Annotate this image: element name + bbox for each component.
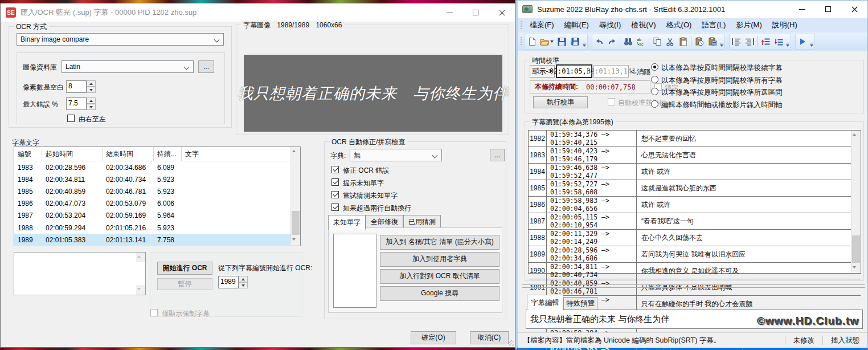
list-scrollbar[interactable]: [851, 131, 861, 273]
copy-icon[interactable]: [650, 35, 664, 48]
google-search-button[interactable]: Google 搜尋: [380, 286, 499, 301]
close-button[interactable]: [489, 3, 515, 22]
fix-ocr-errors-checkbox[interactable]: [331, 166, 339, 173]
minimize-button[interactable]: [789, 1, 815, 18]
indent-icon[interactable]: [743, 35, 756, 48]
list-item[interactable]: 198501:59:52,727 —> 01:59:58,608这就是造就我心脏…: [529, 180, 861, 197]
paste-time-icon[interactable]: [693, 35, 706, 48]
undo-icon[interactable]: [592, 35, 605, 48]
title-bar[interactable]: SE 匯入/OCR 藍光 (.sup) 字幕 - 00000 PID 1202 …: [1, 3, 515, 22]
title-bar[interactable]: Suzume 2022 BluRay zho-chs.srt - SrtEdit…: [518, 1, 867, 18]
start-ocr-button[interactable]: 開始進行 OCR: [157, 262, 212, 275]
save-icon[interactable]: [555, 35, 568, 48]
open-file-icon[interactable]: [538, 35, 555, 48]
tab-effect-preview[interactable]: 特效預覽: [563, 297, 597, 310]
menu-movie[interactable]: 影片(M): [731, 18, 767, 32]
max-error-stepper[interactable]: 7.5: [66, 97, 96, 110]
maximize-button[interactable]: [815, 1, 841, 18]
list-item[interactable]: 198802:00:11,329 —> 02:00:14,249在心中久久回荡不…: [529, 230, 861, 246]
dictionary-browse-button[interactable]: ...: [490, 149, 505, 161]
subtitle-list[interactable]: 198201:59:34,376 —> 01:59:40,215想不起重要的回忆…: [528, 130, 861, 274]
guess-unknown-checkbox[interactable]: [331, 191, 339, 198]
unknown-words-list[interactable]: [333, 234, 376, 308]
paste-format-icon[interactable]: [706, 35, 719, 48]
spin-down-icon[interactable]: [87, 87, 96, 93]
run-calibration-button[interactable]: 執行校準: [533, 96, 588, 108]
menu-format[interactable]: 格式(O): [661, 18, 697, 32]
ocr-output-box[interactable]: [14, 252, 146, 295]
menu-help[interactable]: 說明(H): [767, 18, 803, 32]
spin-down-icon[interactable]: [87, 104, 96, 110]
image-db-browse-button[interactable]: ...: [198, 60, 214, 73]
scroll-down-icon[interactable]: [291, 235, 300, 245]
scrollbar-thumb[interactable]: [852, 235, 860, 263]
spin-down-icon[interactable]: [239, 282, 248, 288]
menu-language[interactable]: 語言(L): [697, 18, 731, 32]
list-item[interactable]: 198601:59:58,983 —> 02:00:04,656或许 或许: [529, 197, 861, 213]
drag-handle[interactable]: [521, 37, 522, 46]
redo-icon[interactable]: [605, 35, 619, 48]
ocr-method-select[interactable]: Binary image compare: [17, 33, 224, 46]
rtl-checkbox[interactable]: [67, 115, 75, 122]
list-item[interactable]: 198401:59:46,638 —> 01:59:52,477或许 或许: [529, 164, 861, 180]
subtitle-table[interactable]: 編號 起始時間 結束時間 持續... 文字 198302:00:28.59602…: [14, 146, 301, 246]
table-row[interactable]: 198702:00:53.20402:00:59.1695.964: [14, 210, 300, 222]
find-icon[interactable]: [621, 35, 634, 48]
minimize-button[interactable]: [436, 3, 462, 22]
table-row-selected[interactable]: 198902:01:05.38302:01:13.1417.758: [14, 234, 300, 246]
auto-calibrate-checkbox[interactable]: [608, 98, 615, 105]
radio-edit-timeline[interactable]: [651, 100, 658, 108]
add-to-ocr-replace-list-button[interactable]: 加入行對到 OCR 取代清單: [380, 269, 499, 284]
menu-view[interactable]: 檢視(V): [626, 18, 661, 32]
autowrap-checkbox[interactable]: [331, 204, 339, 211]
menu-file[interactable]: 檔案(F): [525, 18, 559, 32]
unindent-icon[interactable]: [730, 35, 743, 48]
paste-icon[interactable]: [677, 35, 690, 48]
scrollbar-thumb[interactable]: [292, 211, 300, 235]
dictionary-select[interactable]: 無: [350, 149, 442, 161]
list-item[interactable]: 198902:00:28,596 —> 02:00:34,686若问我为何哭泣 …: [529, 246, 861, 263]
prompt-unknown-checkbox[interactable]: [331, 178, 339, 186]
new-file-icon[interactable]: [525, 35, 538, 48]
splitter[interactable]: [522, 284, 865, 288]
menu-find[interactable]: 尋找(I): [594, 18, 626, 32]
radio-calibrate-selection[interactable]: [651, 88, 658, 95]
tab-subtitle-edit[interactable]: 字幕編輯: [527, 295, 563, 310]
pause-button[interactable]: 暫停: [157, 278, 212, 290]
toolbar-overflow-icon[interactable]: [785, 35, 791, 48]
end-time-field[interactable]: 02:01:13,141: [593, 65, 629, 78]
table-header[interactable]: 編號 起始時間 結束時間 持續... 文字: [14, 147, 300, 161]
spin-up-icon[interactable]: [87, 80, 96, 87]
list-item[interactable]: 198702:00:05,115 —> 02:00:10,954“看看我吧”这一…: [529, 213, 861, 230]
toolbar-overflow-icon[interactable]: [719, 35, 724, 48]
resize-grip[interactable]: [508, 340, 514, 346]
menu-edit[interactable]: 編輯(E): [559, 18, 594, 32]
list-item[interactable]: 198301:59:40,423 —> 01:59:46,179心思无法化作言语: [529, 147, 861, 164]
toolbar-overflow-icon[interactable]: [582, 35, 587, 48]
save-as-icon[interactable]: [568, 35, 582, 48]
table-row[interactable]: 198302:00:28.59602:00:34.6866.089: [14, 161, 300, 173]
radio-calibrate-all[interactable]: [651, 76, 658, 83]
close-button[interactable]: [841, 1, 867, 18]
list-item[interactable]: 199002:00:34,811 —> 02:00:40,734你我相逢的意义 …: [529, 263, 861, 279]
move-line-up-icon[interactable]: [759, 35, 772, 48]
start-from-stepper[interactable]: 1989: [218, 276, 248, 288]
play-icon[interactable]: [796, 35, 809, 48]
spin-up-icon[interactable]: [239, 276, 248, 282]
replace-icon[interactable]: abac: [634, 35, 648, 48]
table-row[interactable]: 198502:00:40.85902:00:46.7815.923: [14, 185, 300, 197]
dropdown-arrow-icon[interactable]: [550, 40, 554, 43]
list-item[interactable]: 198201:59:34,376 —> 01:59:40,215想不起重要的回忆: [529, 131, 861, 147]
maximize-button[interactable]: [462, 3, 489, 22]
scroll-up-icon[interactable]: [291, 147, 300, 157]
toolbar-overflow-icon[interactable]: [809, 35, 814, 48]
ok-button[interactable]: 確定(O): [411, 331, 456, 344]
pixels-blank-stepper[interactable]: 8: [66, 80, 96, 93]
drag-handle[interactable]: [521, 21, 522, 30]
add-to-user-dictionary-button[interactable]: 加入到使用者字典: [380, 252, 499, 267]
table-row[interactable]: 198802:00:59.29402:01:05.2165.923: [14, 222, 300, 234]
spin-up-icon[interactable]: [87, 97, 96, 104]
move-line-down-icon[interactable]: [772, 35, 785, 48]
add-to-names-list-button[interactable]: 加入到 名稱/其它 清單 (區分大小寫): [380, 235, 499, 250]
forced-subtitles-checkbox[interactable]: [150, 309, 158, 316]
